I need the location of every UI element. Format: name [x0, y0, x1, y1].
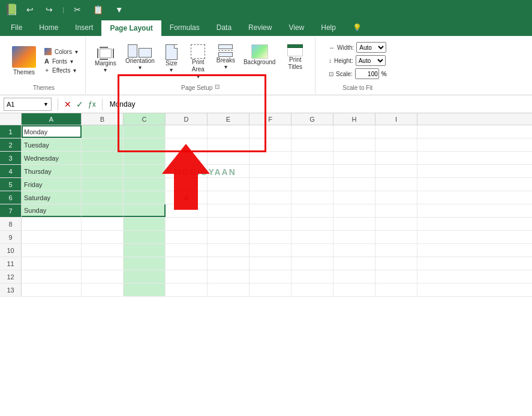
- themes-button[interactable]: Themes: [7, 44, 41, 78]
- cell-b5[interactable]: [82, 178, 124, 191]
- cell-c5[interactable]: [124, 178, 166, 191]
- cell-d8[interactable]: [166, 218, 208, 230]
- cell-b6[interactable]: [82, 191, 124, 204]
- tab-home[interactable]: Home: [31, 19, 67, 36]
- row-num-12[interactable]: 12: [0, 270, 22, 283]
- cell-i5[interactable]: [375, 178, 417, 191]
- cell-c2[interactable]: [124, 138, 166, 151]
- orientation-button[interactable]: Orientation ▾: [122, 42, 158, 73]
- tab-view[interactable]: View: [280, 19, 312, 36]
- width-select[interactable]: Auto: [356, 42, 386, 53]
- cell-c3[interactable]: [124, 152, 166, 164]
- row-num-6[interactable]: 6: [0, 191, 22, 204]
- cell-c8[interactable]: [124, 218, 166, 230]
- cell-h5[interactable]: [333, 178, 375, 191]
- col-header-b[interactable]: B: [82, 113, 124, 125]
- cell-i6[interactable]: [375, 191, 417, 204]
- cell-i2[interactable]: [375, 138, 417, 151]
- cell-b1[interactable]: [82, 125, 124, 138]
- print-titles-button[interactable]: PrintTitles: [280, 42, 310, 73]
- paste-button[interactable]: 📋: [89, 4, 107, 16]
- fonts-button[interactable]: A Fonts ▾: [42, 56, 80, 66]
- cell-e4[interactable]: [208, 165, 250, 177]
- cell-b2[interactable]: [82, 138, 124, 151]
- cell-h3[interactable]: [333, 152, 375, 164]
- effects-button[interactable]: ✦ Effects ▾: [42, 66, 80, 75]
- cell-a2[interactable]: Tuesday: [22, 138, 82, 151]
- cell-d4[interactable]: [166, 165, 208, 177]
- colors-button[interactable]: Colors ▾: [42, 47, 80, 56]
- redo-button[interactable]: ↪: [42, 4, 56, 16]
- tab-data[interactable]: Data: [208, 19, 240, 36]
- tab-insert[interactable]: Insert: [67, 19, 101, 36]
- cell-e2[interactable]: [208, 138, 250, 151]
- margins-button[interactable]: Margins ▾: [91, 42, 121, 76]
- tab-help[interactable]: Help: [312, 19, 344, 36]
- cell-g3[interactable]: [291, 152, 333, 164]
- formula-input[interactable]: [105, 100, 532, 108]
- col-header-h[interactable]: H: [333, 113, 375, 125]
- tab-page-layout[interactable]: Page Layout: [101, 19, 161, 36]
- cell-a5[interactable]: Friday: [22, 178, 82, 191]
- cell-f2[interactable]: [250, 138, 291, 151]
- cell-b8[interactable]: [82, 218, 124, 230]
- row-num-10[interactable]: 10: [0, 244, 22, 257]
- scale-input[interactable]: [355, 68, 379, 79]
- cell-f1[interactable]: [250, 125, 291, 138]
- cell-d5[interactable]: [166, 178, 208, 191]
- cell-e8[interactable]: [208, 218, 250, 230]
- row-num-11[interactable]: 11: [0, 257, 22, 270]
- cell-g2[interactable]: [291, 138, 333, 151]
- cell-d6[interactable]: 0: [166, 191, 208, 204]
- cut-button[interactable]: ✂: [70, 4, 85, 16]
- size-button[interactable]: Size ▾: [160, 42, 184, 76]
- col-header-i[interactable]: I: [375, 113, 417, 125]
- background-button[interactable]: Background: [240, 42, 279, 68]
- row-num-8[interactable]: 8: [0, 218, 22, 230]
- cell-h1[interactable]: [333, 125, 375, 138]
- cell-g5[interactable]: [291, 178, 333, 191]
- row-num-2[interactable]: 2: [0, 138, 22, 151]
- qat-dropdown[interactable]: ▼: [112, 4, 127, 16]
- cell-f8[interactable]: [250, 218, 291, 230]
- cell-g7[interactable]: [291, 204, 333, 217]
- row-num-3[interactable]: 3: [0, 152, 22, 164]
- cell-i1[interactable]: [375, 125, 417, 138]
- cell-d3[interactable]: [166, 152, 208, 164]
- cell-c6[interactable]: [124, 191, 166, 204]
- cell-h4[interactable]: [333, 165, 375, 177]
- row-num-1[interactable]: 1: [0, 125, 22, 138]
- cell-h6[interactable]: [333, 191, 375, 204]
- row-num-13[interactable]: 13: [0, 284, 22, 296]
- breaks-button[interactable]: Breaks ▾: [213, 42, 239, 73]
- print-area-button[interactable]: PrintArea ▾: [185, 42, 212, 82]
- cell-h7[interactable]: [333, 204, 375, 217]
- cell-c7[interactable]: [124, 204, 166, 217]
- row-num-5[interactable]: 5: [0, 178, 22, 191]
- cell-f3[interactable]: [250, 152, 291, 164]
- cell-b4[interactable]: [82, 165, 124, 177]
- cell-i4[interactable]: [375, 165, 417, 177]
- cell-a9[interactable]: [22, 231, 82, 243]
- cell-e3[interactable]: [208, 152, 250, 164]
- col-header-g[interactable]: G: [291, 113, 333, 125]
- col-header-a[interactable]: A: [22, 113, 82, 125]
- cell-g4[interactable]: [291, 165, 333, 177]
- cell-g1[interactable]: [291, 125, 333, 138]
- cell-i3[interactable]: [375, 152, 417, 164]
- formula-confirm-button[interactable]: ✓: [75, 100, 85, 109]
- cell-h2[interactable]: [333, 138, 375, 151]
- name-box-dropdown[interactable]: ▼: [43, 101, 49, 107]
- cell-f6[interactable]: [250, 191, 291, 204]
- cell-f4[interactable]: [250, 165, 291, 177]
- cell-f7[interactable]: [250, 204, 291, 217]
- formula-function-button[interactable]: ƒx: [87, 100, 97, 109]
- undo-button[interactable]: ↩: [23, 4, 37, 16]
- tab-review[interactable]: Review: [240, 19, 280, 36]
- cell-b7[interactable]: [82, 204, 124, 217]
- cell-a8[interactable]: [22, 218, 82, 230]
- tab-formulas[interactable]: Formulas: [161, 19, 208, 36]
- cell-d1[interactable]: [166, 125, 208, 138]
- name-box[interactable]: A1 ▼: [4, 98, 52, 111]
- height-select[interactable]: Auto: [356, 55, 386, 66]
